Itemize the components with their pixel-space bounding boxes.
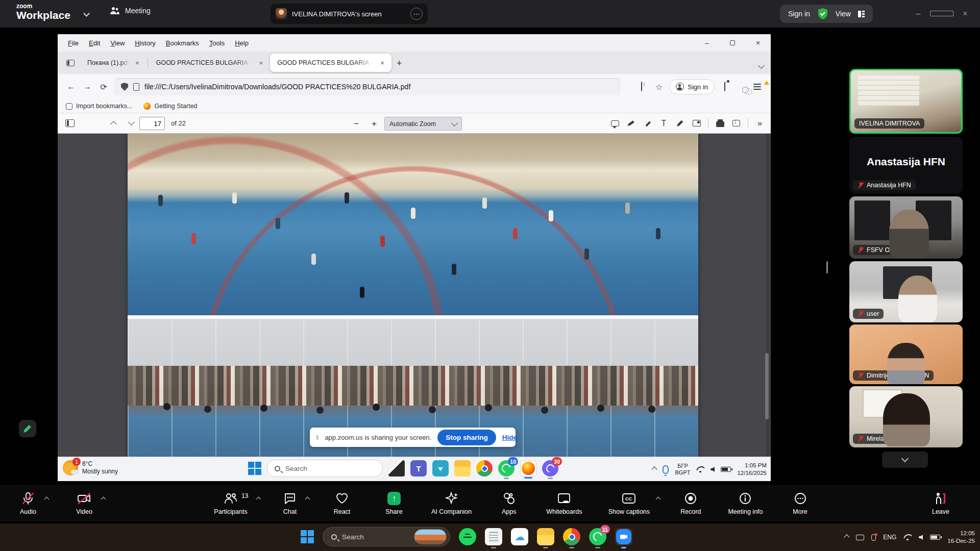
save-page-icon[interactable]: [634, 82, 649, 91]
viber-icon[interactable]: 30: [542, 460, 558, 477]
teams-icon[interactable]: T: [410, 460, 427, 477]
widgets-news-icon[interactable]: [485, 528, 502, 545]
windows-start-icon[interactable]: [248, 462, 261, 475]
tab-close-icon[interactable]: ×: [133, 59, 141, 67]
meeting-info-button[interactable]: Meeting info: [728, 491, 763, 515]
chat-button[interactable]: Chat: [275, 491, 305, 515]
view-layout-icon[interactable]: [858, 11, 865, 17]
audio-button[interactable]: Audio: [13, 491, 43, 515]
tray-mic-recording-icon[interactable]: [871, 534, 876, 541]
pdf-sidebar-toggle-icon[interactable]: [65, 119, 75, 127]
firefox-minimize-icon[interactable]: –: [694, 39, 720, 47]
page-info-icon[interactable]: [133, 83, 139, 91]
language-indicator[interactable]: БГР BGPT: [675, 463, 690, 476]
video-options-chevron[interactable]: [101, 496, 106, 502]
file-explorer-icon[interactable]: [537, 528, 554, 545]
hide-banner-link[interactable]: Hide: [502, 434, 517, 441]
leave-button[interactable]: Leave: [926, 491, 955, 515]
tray-camera-icon[interactable]: [856, 535, 864, 540]
tab-options-icon[interactable]: ⋯: [410, 8, 423, 20]
view-button[interactable]: View: [836, 10, 851, 18]
tab-close-icon[interactable]: ×: [257, 59, 265, 67]
menu-file[interactable]: File: [64, 38, 83, 48]
video-tile[interactable]: Mirela Hristova: [849, 386, 963, 447]
icloud-icon[interactable]: ☁: [511, 528, 528, 545]
spotify-icon[interactable]: [459, 528, 476, 545]
windows-start-icon[interactable]: [301, 530, 314, 543]
tracking-shield-icon[interactable]: [121, 83, 128, 91]
close-icon[interactable]: ×: [953, 9, 977, 18]
participants-options-chevron[interactable]: [256, 496, 261, 502]
whiteboards-button[interactable]: Whiteboards: [546, 491, 582, 515]
panel-scrollbar[interactable]: [826, 261, 828, 273]
zoom-app-icon[interactable]: [615, 528, 632, 545]
bookmark-star-icon[interactable]: ☆: [652, 82, 666, 92]
firefox-view-icon[interactable]: [63, 55, 78, 70]
menu-history[interactable]: History: [131, 38, 159, 48]
taskbar-clock[interactable]: 1:05 PM 12/16/2025: [737, 462, 767, 477]
tab-meeting[interactable]: Meeting: [110, 7, 151, 15]
video-button[interactable]: Video: [69, 491, 99, 515]
extensions-puzzle-icon[interactable]: [718, 82, 732, 91]
weather-widget[interactable]: 1 6°C Mostly sunny: [63, 460, 118, 475]
banner-drag-handle-icon[interactable]: ‖: [316, 434, 318, 441]
minimize-icon[interactable]: –: [906, 9, 930, 18]
captions-button[interactable]: CC Show captions: [604, 491, 653, 515]
reload-icon[interactable]: ⟳: [95, 82, 112, 92]
whatsapp-icon[interactable]: 11: [589, 528, 606, 545]
pdf-scrollbar[interactable]: [766, 134, 770, 457]
browser-tab-3-active[interactable]: GOOD PRACTICES BULGARIA - GOC ×: [270, 54, 391, 72]
captions-options-chevron[interactable]: [656, 496, 661, 502]
print-icon[interactable]: [715, 118, 725, 128]
fox-app-icon[interactable]: [432, 460, 449, 477]
list-all-tabs-icon[interactable]: [758, 62, 765, 69]
signature-icon[interactable]: [626, 118, 636, 128]
page-number-input[interactable]: [139, 117, 165, 130]
url-text[interactable]: file:///C:/Users/IvelinaDimitrova/Downlo…: [144, 83, 410, 91]
video-tile[interactable]: Dimitrije Nešović HFN: [849, 324, 963, 384]
zoom-mode-select[interactable]: Automatic Zoom: [384, 117, 462, 131]
participants-button[interactable]: 13 Participants: [209, 491, 253, 515]
apps-button[interactable]: Apps: [494, 491, 524, 515]
battery-icon[interactable]: [721, 467, 731, 472]
volume-icon[interactable]: [919, 535, 923, 540]
draw-pen-icon[interactable]: [675, 118, 685, 128]
video-tile-camera-off[interactable]: Anastasija HFN Anastasija HFN: [849, 137, 963, 194]
new-tab-icon[interactable]: +: [397, 58, 402, 69]
tray-mic-icon[interactable]: [663, 465, 669, 474]
forward-icon[interactable]: →: [79, 82, 95, 91]
comment-icon[interactable]: [610, 118, 620, 128]
tab-shared-screen[interactable]: IVELINA DIMITROVA's screen ⋯: [271, 4, 428, 24]
video-tile[interactable]: user: [849, 261, 963, 322]
tab-close-icon[interactable]: ×: [378, 59, 386, 67]
pdf-scrollbar-thumb[interactable]: [765, 353, 769, 419]
taskbar-search-input[interactable]: Search: [267, 460, 383, 477]
download-icon[interactable]: [731, 118, 741, 128]
stop-sharing-button[interactable]: Stop sharing: [437, 430, 496, 445]
zoom-out-icon[interactable]: −: [354, 119, 359, 129]
highlighter-icon[interactable]: [643, 118, 652, 128]
menu-edit[interactable]: Edit: [85, 38, 104, 48]
back-icon[interactable]: ←: [63, 82, 79, 91]
firefox-close-icon[interactable]: ×: [745, 39, 771, 47]
wifi-icon[interactable]: [903, 534, 912, 540]
annotation-pen-button[interactable]: [19, 420, 36, 437]
address-bar[interactable]: file:///C:/Users/IvelinaDimitrova/Downlo…: [115, 78, 620, 95]
sign-in-button[interactable]: Sign in: [788, 10, 810, 18]
pdf-viewer[interactable]: [58, 134, 771, 457]
chrome-icon[interactable]: [563, 528, 580, 545]
workspace-chevron-down-icon[interactable]: [83, 10, 90, 17]
volume-icon[interactable]: [710, 467, 715, 472]
previous-page-icon[interactable]: [110, 121, 117, 128]
insert-image-icon[interactable]: [692, 118, 701, 128]
firefox-signin-button[interactable]: Sign in: [669, 79, 715, 94]
menu-tools[interactable]: Tools: [205, 38, 229, 48]
bookmark-import[interactable]: Import bookmarks...: [66, 103, 132, 110]
text-tool-icon[interactable]: T: [659, 118, 669, 128]
browser-tab-1[interactable]: Покана (1).pdf ×: [80, 54, 146, 72]
video-tile-speaker[interactable]: IVELINA DIMITROVA: [849, 69, 963, 134]
video-tile[interactable]: FSFV OAS II: [849, 196, 963, 259]
security-shield-icon[interactable]: [817, 8, 828, 20]
ai-companion-button[interactable]: AI Companion: [431, 491, 472, 515]
firefox-taskbar-icon[interactable]: [520, 460, 536, 477]
